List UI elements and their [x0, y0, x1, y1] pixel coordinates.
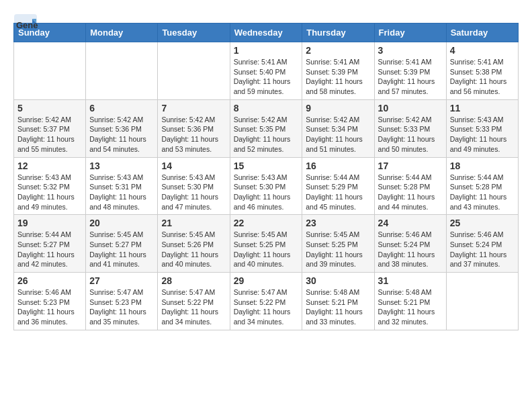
day-number: 16 [306, 161, 370, 171]
day-number: 23 [306, 218, 370, 228]
day-info: Sunrise: 5:42 AM Sunset: 5:35 PM Dayligh… [234, 115, 299, 154]
day-info: Sunrise: 5:48 AM Sunset: 5:21 PM Dayligh… [306, 287, 370, 327]
day-info: Sunrise: 5:45 AM Sunset: 5:26 PM Dayligh… [161, 230, 226, 269]
calendar-table: SundayMondayTuesdayWednesdayThursdayFrid… [13, 23, 519, 330]
calendar-cell: 30Sunrise: 5:48 AM Sunset: 5:21 PM Dayli… [302, 273, 374, 330]
day-info: Sunrise: 5:46 AM Sunset: 5:23 PM Dayligh… [17, 287, 82, 327]
day-info: Sunrise: 5:41 AM Sunset: 5:40 PM Dayligh… [234, 57, 299, 97]
logo: General Blue [13, 13, 38, 17]
calendar-cell [86, 42, 158, 100]
calendar-cell: 23Sunrise: 5:45 AM Sunset: 5:25 PM Dayli… [302, 215, 374, 273]
day-info: Sunrise: 5:44 AM Sunset: 5:28 PM Dayligh… [378, 173, 443, 212]
calendar-cell: 24Sunrise: 5:46 AM Sunset: 5:24 PM Dayli… [374, 215, 446, 273]
calendar-cell: 12Sunrise: 5:43 AM Sunset: 5:32 PM Dayli… [14, 157, 86, 215]
day-info: Sunrise: 5:42 AM Sunset: 5:37 PM Dayligh… [17, 115, 82, 154]
day-number: 17 [378, 161, 443, 171]
day-info: Sunrise: 5:43 AM Sunset: 5:33 PM Dayligh… [450, 115, 515, 154]
day-of-week-header: Wednesday [230, 24, 302, 42]
day-info: Sunrise: 5:42 AM Sunset: 5:36 PM Dayligh… [161, 115, 226, 154]
calendar-cell [446, 273, 518, 330]
day-info: Sunrise: 5:45 AM Sunset: 5:27 PM Dayligh… [89, 230, 154, 269]
day-info: Sunrise: 5:45 AM Sunset: 5:25 PM Dayligh… [306, 230, 370, 269]
day-info: Sunrise: 5:42 AM Sunset: 5:34 PM Dayligh… [306, 115, 370, 154]
day-info: Sunrise: 5:43 AM Sunset: 5:31 PM Dayligh… [89, 173, 154, 212]
day-info: Sunrise: 5:41 AM Sunset: 5:39 PM Dayligh… [306, 57, 370, 97]
calendar-cell: 10Sunrise: 5:42 AM Sunset: 5:33 PM Dayli… [374, 99, 446, 157]
calendar-week-row: 12Sunrise: 5:43 AM Sunset: 5:32 PM Dayli… [14, 157, 519, 215]
calendar-cell: 13Sunrise: 5:43 AM Sunset: 5:31 PM Dayli… [86, 157, 158, 215]
calendar-cell: 26Sunrise: 5:46 AM Sunset: 5:23 PM Dayli… [14, 273, 86, 330]
day-info: Sunrise: 5:41 AM Sunset: 5:38 PM Dayligh… [450, 57, 515, 97]
page-header: General Blue [13, 13, 519, 17]
day-number: 27 [89, 275, 154, 286]
calendar-week-row: 26Sunrise: 5:46 AM Sunset: 5:23 PM Dayli… [14, 273, 519, 330]
day-number: 24 [378, 218, 443, 228]
calendar-cell [14, 42, 86, 100]
day-info: Sunrise: 5:44 AM Sunset: 5:27 PM Dayligh… [17, 230, 82, 269]
day-of-week-header: Monday [86, 24, 158, 42]
day-info: Sunrise: 5:42 AM Sunset: 5:33 PM Dayligh… [378, 115, 443, 154]
day-number: 9 [306, 103, 370, 113]
calendar-cell: 22Sunrise: 5:45 AM Sunset: 5:25 PM Dayli… [230, 215, 302, 273]
calendar-cell: 9Sunrise: 5:42 AM Sunset: 5:34 PM Daylig… [302, 99, 374, 157]
day-number: 30 [306, 275, 370, 286]
day-info: Sunrise: 5:43 AM Sunset: 5:32 PM Dayligh… [17, 173, 82, 212]
day-number: 15 [234, 161, 299, 171]
calendar-cell: 21Sunrise: 5:45 AM Sunset: 5:26 PM Dayli… [158, 215, 230, 273]
day-number: 29 [234, 275, 299, 286]
calendar-cell: 27Sunrise: 5:47 AM Sunset: 5:23 PM Dayli… [86, 273, 158, 330]
day-of-week-header: Saturday [446, 24, 518, 42]
day-number: 28 [161, 275, 226, 286]
day-number: 31 [378, 275, 443, 286]
day-number: 26 [17, 275, 82, 286]
calendar-cell: 19Sunrise: 5:44 AM Sunset: 5:27 PM Dayli… [14, 215, 86, 273]
calendar-week-row: 5Sunrise: 5:42 AM Sunset: 5:37 PM Daylig… [14, 99, 519, 157]
day-number: 8 [234, 103, 299, 113]
calendar-cell: 1Sunrise: 5:41 AM Sunset: 5:40 PM Daylig… [230, 42, 302, 100]
calendar-cell: 15Sunrise: 5:43 AM Sunset: 5:30 PM Dayli… [230, 157, 302, 215]
day-info: Sunrise: 5:47 AM Sunset: 5:22 PM Dayligh… [161, 287, 226, 327]
day-number: 13 [89, 161, 154, 171]
calendar-cell: 14Sunrise: 5:43 AM Sunset: 5:30 PM Dayli… [158, 157, 230, 215]
calendar-header-row: SundayMondayTuesdayWednesdayThursdayFrid… [14, 24, 519, 42]
day-info: Sunrise: 5:46 AM Sunset: 5:24 PM Dayligh… [378, 230, 443, 269]
day-info: Sunrise: 5:44 AM Sunset: 5:29 PM Dayligh… [306, 173, 370, 212]
day-info: Sunrise: 5:43 AM Sunset: 5:30 PM Dayligh… [161, 173, 226, 212]
day-number: 20 [89, 218, 154, 228]
day-number: 21 [161, 218, 226, 228]
calendar-cell: 20Sunrise: 5:45 AM Sunset: 5:27 PM Dayli… [86, 215, 158, 273]
day-info: Sunrise: 5:47 AM Sunset: 5:22 PM Dayligh… [234, 287, 299, 327]
calendar-cell: 31Sunrise: 5:48 AM Sunset: 5:21 PM Dayli… [374, 273, 446, 330]
calendar-cell: 3Sunrise: 5:41 AM Sunset: 5:39 PM Daylig… [374, 42, 446, 100]
day-number: 10 [378, 103, 443, 113]
day-number: 1 [234, 45, 299, 56]
calendar-cell: 18Sunrise: 5:44 AM Sunset: 5:28 PM Dayli… [446, 157, 518, 215]
day-info: Sunrise: 5:46 AM Sunset: 5:24 PM Dayligh… [450, 230, 515, 269]
calendar-cell: 17Sunrise: 5:44 AM Sunset: 5:28 PM Dayli… [374, 157, 446, 215]
day-info: Sunrise: 5:42 AM Sunset: 5:36 PM Dayligh… [89, 115, 154, 154]
calendar-cell: 11Sunrise: 5:43 AM Sunset: 5:33 PM Dayli… [446, 99, 518, 157]
day-of-week-header: Friday [374, 24, 446, 42]
day-number: 3 [378, 45, 443, 56]
day-info: Sunrise: 5:47 AM Sunset: 5:23 PM Dayligh… [89, 287, 154, 327]
calendar-cell: 16Sunrise: 5:44 AM Sunset: 5:29 PM Dayli… [302, 157, 374, 215]
day-number: 5 [17, 103, 82, 113]
day-of-week-header: Tuesday [158, 24, 230, 42]
day-number: 7 [161, 103, 226, 113]
calendar-cell: 4Sunrise: 5:41 AM Sunset: 5:38 PM Daylig… [446, 42, 518, 100]
day-number: 18 [450, 161, 515, 171]
calendar-cell: 29Sunrise: 5:47 AM Sunset: 5:22 PM Dayli… [230, 273, 302, 330]
calendar-cell: 25Sunrise: 5:46 AM Sunset: 5:24 PM Dayli… [446, 215, 518, 273]
day-number: 22 [234, 218, 299, 228]
day-number: 6 [89, 103, 154, 113]
day-number: 25 [450, 218, 515, 228]
day-info: Sunrise: 5:44 AM Sunset: 5:28 PM Dayligh… [450, 173, 515, 212]
day-number: 19 [17, 218, 82, 228]
calendar-cell: 5Sunrise: 5:42 AM Sunset: 5:37 PM Daylig… [14, 99, 86, 157]
day-info: Sunrise: 5:43 AM Sunset: 5:30 PM Dayligh… [234, 173, 299, 212]
calendar-cell: 28Sunrise: 5:47 AM Sunset: 5:22 PM Dayli… [158, 273, 230, 330]
day-number: 14 [161, 161, 226, 171]
calendar-week-row: 19Sunrise: 5:44 AM Sunset: 5:27 PM Dayli… [14, 215, 519, 273]
calendar-cell: 8Sunrise: 5:42 AM Sunset: 5:35 PM Daylig… [230, 99, 302, 157]
day-number: 12 [17, 161, 82, 171]
